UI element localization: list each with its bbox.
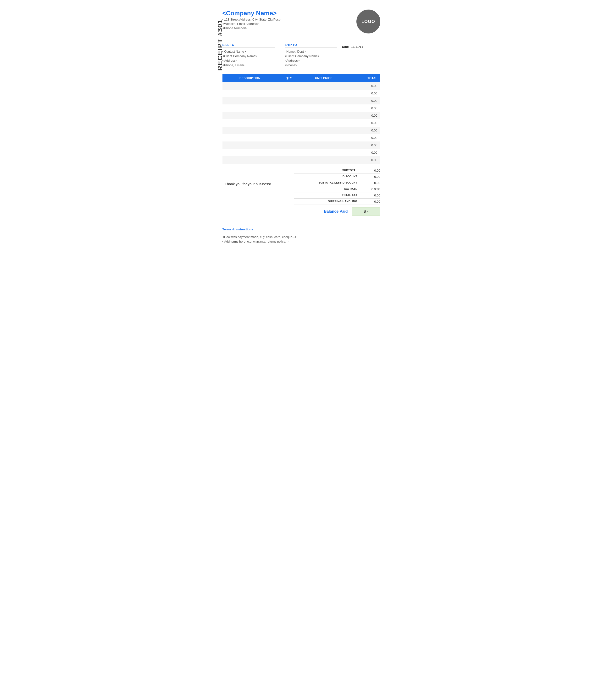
cell-total: 0.00: [348, 112, 380, 119]
col-header-unit-price: UNIT PRICE: [300, 74, 347, 82]
terms-title: Terms & Instructions: [223, 227, 253, 232]
ship-to-name-dept: <Name / Dept>: [285, 50, 337, 53]
bill-to-phone-email: <Phone, Email>: [223, 63, 275, 67]
shipping-row: SHIPPING/HANDLING 0.00: [294, 199, 380, 205]
balance-paid-label: Balance Paid: [294, 209, 352, 214]
discount-label: DISCOUNT: [294, 175, 361, 178]
cell-total: 0.00: [348, 90, 380, 97]
receipt-label: RECEIPT #301: [216, 23, 224, 71]
cell-qty: [277, 156, 300, 164]
cell-total: 0.00: [348, 119, 380, 127]
cell-qty: [277, 82, 300, 90]
cell-description: [223, 141, 278, 149]
thank-you-message: Thank you for your business!: [223, 182, 271, 186]
ship-to-company: <Client Company Name>: [285, 54, 337, 58]
bill-to-block: BILL TO <Contact Name> <Client Company N…: [223, 43, 275, 67]
cell-qty: [277, 149, 300, 156]
totals-section: Thank you for your business! SUBTOTAL 0.…: [223, 168, 380, 216]
cell-description: [223, 90, 278, 97]
company-website-email: <Website, Email Address>: [223, 22, 282, 26]
col-header-description: DESCRIPTION: [223, 74, 278, 82]
cell-qty: [277, 134, 300, 141]
cell-total: 0.00: [348, 141, 380, 149]
billing-date-row: BILL TO <Contact Name> <Client Company N…: [223, 43, 380, 67]
bill-to-contact: <Contact Name>: [223, 50, 275, 53]
company-address: <123 Street Address, City, State, Zip/Po…: [223, 18, 282, 21]
cell-qty: [277, 141, 300, 149]
cell-qty: [277, 104, 300, 112]
cell-unit-price: [300, 90, 347, 97]
subtotal-value: 0.00: [361, 169, 380, 172]
cell-total: 0.00: [348, 149, 380, 156]
cell-unit-price: [300, 156, 347, 164]
table-row: 0.00: [223, 112, 380, 119]
company-phone: <Phone Number>: [223, 26, 282, 30]
balance-paid-value: $ -: [352, 207, 380, 216]
terms-section: Terms & Instructions <How was payment ma…: [223, 225, 380, 243]
date-block: Date 11/11/11: [342, 45, 380, 67]
cell-total: 0.00: [348, 127, 380, 134]
cell-description: [223, 112, 278, 119]
cell-unit-price: [300, 104, 347, 112]
subtotal-less-discount-value: 0.00: [361, 181, 380, 185]
table-row: 0.00: [223, 119, 380, 127]
cell-description: [223, 156, 278, 164]
table-row: 0.00: [223, 82, 380, 90]
tax-rate-value: 0.00%: [361, 187, 380, 191]
ship-to-label: SHIP TO: [285, 43, 337, 48]
table-row: 0.00: [223, 127, 380, 134]
table-row: 0.00: [223, 90, 380, 97]
bill-to-label: BILL TO: [223, 43, 275, 48]
cell-description: [223, 119, 278, 127]
logo: LOGO: [356, 9, 380, 34]
subtotal-row: SUBTOTAL 0.00: [294, 168, 380, 174]
ship-to-address: <Address>: [285, 59, 337, 62]
cell-qty: [277, 90, 300, 97]
discount-value: 0.00: [361, 175, 380, 178]
receipt-page: RECEIPT #301 <Company Name> <123 Street …: [203, 0, 390, 253]
terms-line-1: <How was payment made, e.g: cash, card, …: [223, 235, 380, 239]
cell-total: 0.00: [348, 134, 380, 141]
terms-line-2: <Add terms here, e.g: warranty, returns …: [223, 240, 380, 243]
total-tax-row: TOTAL TAX 0.00: [294, 192, 380, 199]
col-header-total: TOTAL: [348, 74, 380, 82]
cell-total: 0.00: [348, 82, 380, 90]
cell-unit-price: [300, 127, 347, 134]
bill-ship-pair: BILL TO <Contact Name> <Client Company N…: [223, 43, 337, 67]
cell-description: [223, 97, 278, 104]
company-info: <Company Name> <123 Street Address, City…: [223, 9, 282, 30]
subtotal-label: SUBTOTAL: [294, 169, 361, 172]
table-header-row: DESCRIPTION QTY UNIT PRICE TOTAL: [223, 74, 380, 82]
total-tax-label: TOTAL TAX: [294, 193, 361, 197]
ship-to-block: SHIP TO <Name / Dept> <Client Company Na…: [285, 43, 337, 67]
cell-description: [223, 104, 278, 112]
cell-description: [223, 127, 278, 134]
cell-unit-price: [300, 119, 347, 127]
date-label: Date: [342, 45, 349, 48]
tax-rate-row: TAX RATE 0.00%: [294, 186, 380, 192]
ship-to-phone: <Phone>: [285, 63, 337, 67]
cell-unit-price: [300, 134, 347, 141]
company-name: <Company Name>: [223, 9, 282, 17]
cell-unit-price: [300, 82, 347, 90]
table-row: 0.00: [223, 149, 380, 156]
cell-total: 0.00: [348, 156, 380, 164]
balance-row: Balance Paid $ -: [294, 207, 380, 216]
table-row: 0.00: [223, 141, 380, 149]
total-tax-value: 0.00: [361, 193, 380, 197]
col-header-qty: QTY: [277, 74, 300, 82]
cell-qty: [277, 112, 300, 119]
table-row: 0.00: [223, 134, 380, 141]
cell-qty: [277, 97, 300, 104]
bill-to-address: <Address>: [223, 59, 275, 62]
discount-row: DISCOUNT 0.00: [294, 174, 380, 180]
cell-unit-price: [300, 149, 347, 156]
shipping-label: SHIPPING/HANDLING: [294, 200, 361, 203]
table-row: 0.00: [223, 97, 380, 104]
cell-unit-price: [300, 112, 347, 119]
cell-qty: [277, 127, 300, 134]
cell-description: [223, 134, 278, 141]
table-row: 0.00: [223, 104, 380, 112]
bill-to-company: <Client Company Name>: [223, 54, 275, 58]
subtotal-less-discount-row: SUBTOTAL LESS DISCOUNT 0.00: [294, 180, 380, 186]
